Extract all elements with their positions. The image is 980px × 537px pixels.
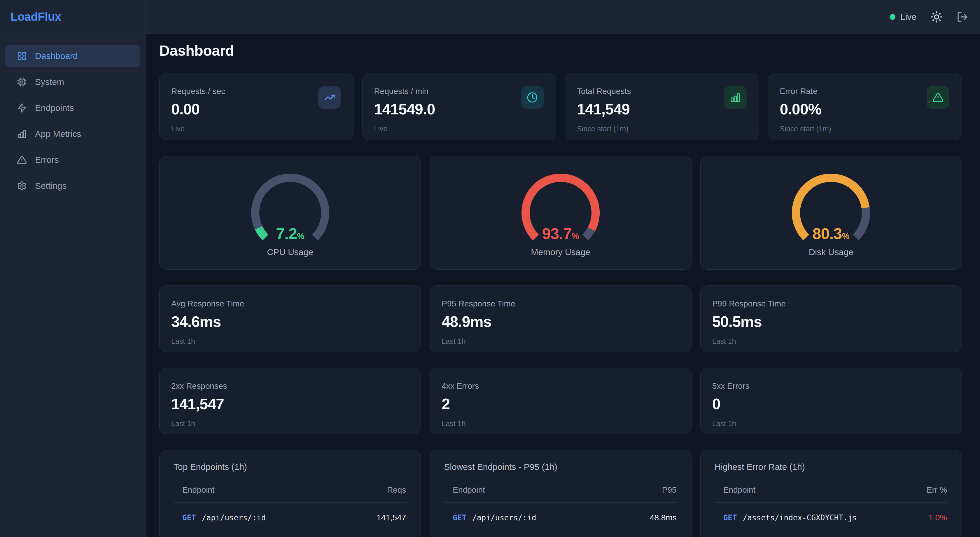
gauge-label: CPU Usage [267,247,313,257]
main-area: Live Dashboard Requests / sec0.00LiveReq… [146,0,980,537]
stat-card-requests-per-min: Requests / min141549.0Live [362,73,557,140]
value-column-header: Err % [927,485,947,495]
metric-card-label: 2xx Responses [171,381,408,391]
value-column-header: Reqs [387,485,406,495]
endpoint-cell: GET/api/users/:id [453,513,536,522]
metric-card-label: P95 Response Time [442,299,679,309]
stat-card-icon-tile [724,86,747,109]
endpoint-column-header: Endpoint [453,485,485,495]
stat-card-value: 141549.0 [374,100,544,118]
svg-text:93.7%: 93.7% [542,225,579,242]
endpoint-value: 48.8ms [650,513,677,523]
table-header: EndpointReqs [173,485,407,503]
metric-card-value: 50.5ms [712,313,950,330]
sidebar-item-label: Dashboard [35,51,78,61]
stat-card-value: 0.00 [171,100,341,118]
metric-card-sub: Last 1h [171,419,408,428]
metric-card-sub: Last 1h [442,337,679,346]
gauge-suffix: % [572,231,579,241]
endpoint-row: GET/api/users/:id141,547 [173,503,407,533]
sidebar-item-settings[interactable]: Settings [5,175,140,197]
endpoint-row: GET/api/users/:id48.8ms [444,503,677,533]
stat-card-sub: Live [171,124,341,133]
sun-icon [931,11,943,23]
sidebar-item-endpoints[interactable]: Endpoints [5,97,140,119]
table-title: Top Endpoints (1h) [173,462,407,472]
sidebar-item-system[interactable]: System [5,71,140,93]
sidebar-item-app-metrics[interactable]: App Metrics [5,123,140,145]
memory-gauge: 93.7% [509,171,612,247]
stat-card-icon-tile [318,86,341,109]
endpoint-value: 1.0% [928,513,947,523]
gauge-label: Disk Usage [809,247,853,257]
stat-card-icon-tile [521,86,544,109]
gauge-cards-row: 7.2%CPU Usage93.7%Memory Usage80.3%Disk … [159,156,962,270]
gauge-suffix: % [297,231,304,241]
stat-card-total-requests: Total Requests141,549Since start (1m) [565,73,759,140]
logout-button[interactable] [957,11,968,23]
clock-icon [527,92,538,103]
metric-card-avg-response-time: Avg Response Time34.6msLast 1h [159,285,421,352]
metric-card-label: P99 Response Time [712,299,950,309]
svg-text:80.3%: 80.3% [813,225,850,242]
metric-card-value: 0 [712,395,950,413]
disk-gauge: 80.3% [780,171,882,247]
cpu-icon [17,77,27,87]
sidebar-item-errors[interactable]: Errors [5,149,140,171]
value-column-header: P95 [662,485,677,495]
http-method: GET [182,513,196,522]
metric-card-sub: Last 1h [712,419,950,428]
live-status: Live [889,12,916,22]
metric-card-label: 4xx Errors [442,381,679,391]
svg-text:7.2%: 7.2% [276,225,304,242]
alert-triangle-icon [17,155,27,165]
endpoint-column-header: Endpoint [182,485,215,495]
endpoint-tables-row: Top Endpoints (1h)EndpointReqsGET/api/us… [159,450,962,537]
app-logo: LoadFlux [11,10,61,23]
gauge-value: 80.3 [813,225,842,242]
stat-card-sub: Since start (1m) [577,124,747,133]
endpoint-cell: GET/assets/index-CGXDYCHT.js [723,513,857,522]
metric-card-p99-response-time: P99 Response Time50.5msLast 1h [700,285,962,352]
gauge-fill [258,228,265,237]
logo-area: LoadFlux [0,0,146,34]
sidebar-item-dashboard[interactable]: Dashboard [5,45,140,67]
metric-card-value: 48.9ms [442,313,679,330]
stat-card-label: Requests / sec [171,87,341,96]
dashboard-content: Dashboard Requests / sec0.00LiveRequests… [146,34,980,537]
stat-card-label: Error Rate [780,87,950,96]
http-method: GET [453,513,466,522]
metric-card-value: 2 [442,395,679,413]
endpoint-value: 141,547 [377,513,406,523]
metric-card-label: 5xx Errors [712,381,950,391]
endpoint-row: GET/assets/index-CGXDYCHT.js1.0% [714,503,948,533]
metric-card-sub: Last 1h [712,337,950,346]
sidebar-item-label: Settings [35,181,67,191]
gauge-card-cpu: 7.2%CPU Usage [159,156,421,270]
status-code-cards-row: 2xx Responses141,547Last 1h4xx Errors2La… [159,368,962,434]
stat-card-label: Total Requests [577,87,747,96]
table-title: Slowest Endpoints - P95 (1h) [444,462,677,472]
metric-card-sub: Last 1h [171,337,408,346]
gauge-value: 93.7 [542,225,572,242]
latency-cards-row: Avg Response Time34.6msLast 1hP95 Respon… [159,285,962,352]
theme-toggle-button[interactable] [931,11,943,23]
stat-card-sub: Since start (1m) [780,124,950,133]
gauge-card-memory: 93.7%Memory Usage [430,156,691,270]
layout-grid-icon [17,51,27,61]
sidebar-item-label: App Metrics [35,129,81,139]
stat-card-value: 0.00% [780,100,950,118]
stat-cards-row: Requests / sec0.00LiveRequests / min1415… [159,73,962,140]
metric-card-2xx-responses: 2xx Responses141,547Last 1h [159,368,421,434]
sidebar-item-label: System [35,77,64,87]
sidebar-item-label: Endpoints [35,103,74,113]
gauge-suffix: % [842,231,850,241]
alert-triangle-icon [932,92,943,103]
gauge-value: 7.2 [276,225,297,242]
gauge-card-disk: 80.3%Disk Usage [700,156,962,270]
endpoint-column-header: Endpoint [723,485,756,495]
endpoint-cell: GET/api/users/:id [182,513,266,522]
table-card-top-endpoints: Top Endpoints (1h)EndpointReqsGET/api/us… [159,450,421,537]
bar-chart-icon [17,129,27,139]
table-header: EndpointP95 [444,485,677,503]
